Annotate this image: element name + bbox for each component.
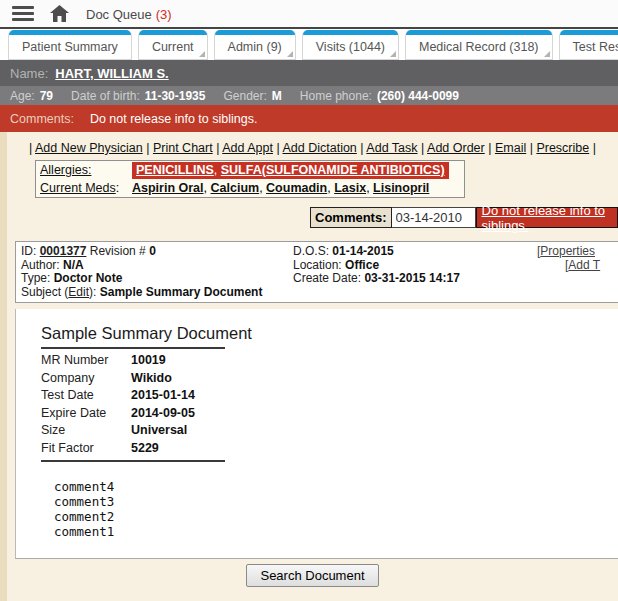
comment-line: comment2 [54, 509, 618, 524]
comment-line: comment3 [54, 494, 618, 509]
dob-value: 11-30-1935 [145, 89, 206, 103]
properties-link[interactable]: Properties [540, 244, 595, 258]
age-value: 79 [40, 89, 53, 103]
link-add-order[interactable]: Add Order [427, 141, 485, 155]
subject-edit-link[interactable]: Edit [68, 285, 89, 299]
field-row: Fit Factor5229 [41, 440, 225, 458]
subject-value: Sample Summary Document [100, 285, 263, 299]
field-row: Test Date2015-01-14 [41, 387, 225, 405]
allergy-item-link[interactable]: SULFA(SULFONAMIDE ANTIBIOTICS) [221, 163, 445, 177]
chart-comments-label: Comments: [310, 207, 392, 228]
comments-value: Do not release info to siblings. [90, 112, 257, 126]
link-email[interactable]: Email [495, 141, 526, 155]
doc-create-cell: Create Date: 03-31-2015 14:17 [293, 272, 618, 286]
med-item-link[interactable]: Coumadin [266, 181, 327, 195]
field-label: MR Number [41, 352, 131, 370]
allergies-link[interactable]: Allergies: [40, 163, 91, 177]
field-row: Expire Date2014-09-05 [41, 405, 225, 423]
create-date-value: 03-31-2015 14:17 [364, 271, 459, 285]
allergies-row: Allergies: PENICILLINSSULFA(SULFONAMIDE … [36, 161, 464, 179]
revision-value: 0 [149, 244, 156, 258]
app-title: Doc Queue(3) [86, 5, 172, 23]
allergy-values: PENICILLINSSULFA(SULFONAMIDE ANTIBIOTICS… [132, 162, 449, 179]
allergy-item-link[interactable]: PENICILLINS [136, 163, 214, 177]
tab-admin[interactable]: Admin (9) [214, 30, 296, 60]
tab-label: Visits (1044) [316, 40, 385, 54]
field-label: Expire Date [41, 405, 131, 423]
comment-line: comment4 [54, 479, 618, 494]
subject-label: Subject [21, 285, 64, 299]
author-value: N/A [63, 258, 84, 272]
search-document-button[interactable]: Search Document [246, 564, 378, 587]
link-prescribe[interactable]: Prescribe [536, 141, 589, 155]
tab-patient-summary[interactable]: Patient Summary [8, 30, 132, 60]
chart-comments-note[interactable]: Do not release info to siblings. [476, 207, 618, 228]
doc-type-cell: Type: Doctor Note [21, 272, 293, 286]
comments-label: Comments: [10, 112, 74, 126]
phone-value: (260) 444-0099 [377, 89, 459, 103]
doc-author-cell: Author: N/A [21, 259, 293, 273]
link-add-task[interactable]: Add Task [366, 141, 417, 155]
type-value: Doctor Note [54, 271, 123, 285]
patient-name-link[interactable]: HART, WILLIAM S. [55, 66, 168, 81]
id-label: ID: [21, 244, 36, 258]
field-value: 10019 [131, 352, 166, 370]
comment-line: comment1 [54, 524, 618, 539]
location-label: Location: [293, 258, 342, 272]
tab-label: Patient Summary [22, 40, 118, 54]
field-value: Wikido [131, 370, 172, 388]
document-comments: comment4 comment3 comment2 comment1 [54, 479, 618, 539]
link-print-chart[interactable]: Print Chart [153, 141, 213, 155]
tab-test-results[interactable]: Test Results (81) [559, 30, 618, 60]
properties-link-wrap: Properties [537, 245, 595, 259]
add-template-link[interactable]: Add T [568, 258, 600, 272]
queue-count: (3) [156, 7, 172, 22]
med-item-link[interactable]: Lasix [334, 181, 366, 195]
field-label: Size [41, 422, 131, 440]
author-label: Author: [21, 258, 60, 272]
top-bar: Doc Queue(3) [0, 0, 618, 29]
tab-label: Admin (9) [228, 40, 282, 54]
link-add-new-physician[interactable]: Add New Physician [35, 141, 143, 155]
action-links-row: Add New PhysicianPrint ChartAdd ApptAdd … [7, 132, 618, 155]
patient-comments-banner: Comments: Do not release info to sibling… [0, 105, 618, 132]
create-date-label: Create Date: [293, 271, 361, 285]
field-row: SizeUniversal [41, 422, 225, 440]
name-label: Name: [10, 66, 48, 81]
patient-demographics-banner: Age:79 Date of birth:11-30-1935 Gender:M… [0, 86, 618, 105]
queue-title: Doc Queue [86, 7, 152, 22]
tab-label: Current [152, 40, 194, 54]
tab-visits[interactable]: Visits (1044) [302, 30, 399, 60]
doc-id-cell: ID: 0001377 Revision # 0 [21, 245, 293, 259]
link-add-dictation[interactable]: Add Dictation [282, 141, 356, 155]
document-viewer: Sample Summary Document MR Number10019 C… [15, 309, 618, 559]
doc-subject-cell: Subject EditSample Summary Document [21, 286, 618, 300]
med-item-link[interactable]: Aspirin Oral [132, 181, 204, 195]
meds-values: Aspirin OralCalciumCoumadinLasixLisinopr… [132, 180, 429, 197]
home-icon[interactable] [50, 5, 70, 23]
type-label: Type: [21, 271, 50, 285]
revision-label: Revision # [90, 244, 146, 258]
current-meds-link[interactable]: Current Meds [40, 181, 116, 195]
tab-label: Test Results (81) [573, 40, 618, 54]
gender-value: M [272, 89, 282, 103]
field-label: Company [41, 370, 131, 388]
hamburger-menu-icon[interactable] [12, 6, 34, 21]
doc-id-link[interactable]: 0001377 [40, 244, 87, 258]
current-meds-row: Current Meds: Aspirin OralCalciumCoumadi… [36, 179, 464, 197]
field-row: CompanyWikido [41, 370, 225, 388]
tab-current[interactable]: Current [138, 30, 208, 60]
chart-comments-row: Comments: Do not release info to sibling… [310, 207, 618, 228]
phone-label: Home phone: [300, 89, 372, 103]
tab-medical-record[interactable]: Medical Record (318) [405, 30, 553, 60]
age-label: Age: [10, 89, 35, 103]
med-item-link[interactable]: Lisinopril [373, 181, 429, 195]
med-item-link[interactable]: Calcium [211, 181, 260, 195]
field-value: 5229 [131, 440, 159, 458]
link-add-appt[interactable]: Add Appt [222, 141, 273, 155]
field-label: Test Date [41, 387, 131, 405]
chart-comments-date-input[interactable] [392, 207, 476, 228]
field-label: Fit Factor [41, 440, 131, 458]
field-row: MR Number10019 [41, 352, 225, 370]
current-meds-label: Current Meds: [36, 180, 132, 197]
